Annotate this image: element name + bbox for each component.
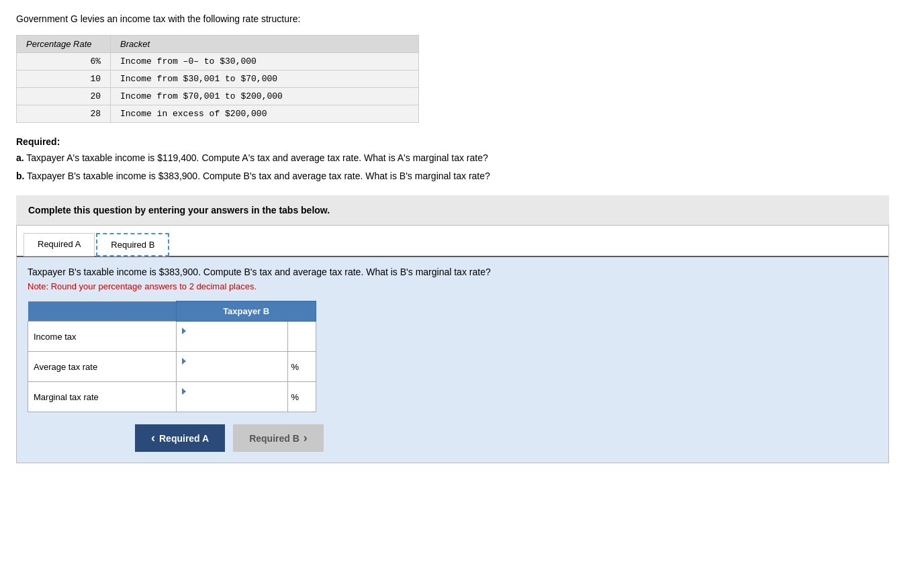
rate-cell: 28 [17, 105, 111, 123]
taxpayer-b-header: Taxpayer B [177, 301, 316, 322]
answer-input-cell [177, 352, 288, 382]
empty-pct-cell [288, 322, 316, 352]
bracket-cell: Income from $70,001 to $200,000 [111, 88, 419, 105]
answer-input-2[interactable] [182, 395, 282, 408]
chevron-right-icon [304, 431, 308, 445]
bracket-cell: Income in excess of $200,000 [111, 105, 419, 123]
col-header-rate: Percentage Rate [17, 36, 111, 53]
tab-required-b[interactable]: Required B [96, 233, 169, 256]
question-b: b. Taxpayer B's taxable income is $383,9… [16, 169, 889, 183]
tab-note: Note: Round your percentage answers to 2… [28, 281, 878, 291]
bracket-cell: Income from –0– to $30,000 [111, 53, 419, 70]
next-button[interactable]: Required B [233, 424, 324, 452]
rate-cell: 6% [17, 53, 111, 70]
col-header-bracket: Bracket [111, 36, 419, 53]
rate-cell: 20 [17, 88, 111, 105]
tab-description: Taxpayer B's taxable income is $383,900.… [28, 267, 878, 277]
rate-structure-table: Percentage Rate Bracket 6%Income from –0… [16, 35, 419, 123]
answer-input-0[interactable] [182, 335, 282, 348]
complete-box: Complete this question by entering your … [16, 195, 889, 225]
tab-bar: Required A Required B [17, 226, 888, 257]
answer-input-1[interactable] [182, 365, 282, 378]
answer-row-label: Marginal tax rate [28, 382, 177, 412]
rate-cell: 10 [17, 70, 111, 88]
answer-row-label: Income tax [28, 322, 177, 352]
intro-text: Government G levies an income tax with t… [16, 13, 889, 24]
triangle-icon [182, 328, 186, 334]
bottom-nav: Required A Required B [28, 424, 878, 452]
question-a: a. Taxpayer A's taxable income is $119,4… [16, 151, 889, 165]
bracket-cell: Income from $30,001 to $70,000 [111, 70, 419, 88]
answer-col-label-header [28, 301, 177, 322]
pct-symbol: % [288, 352, 316, 382]
answer-table: Taxpayer B Income taxAverage tax rate%Ma… [28, 301, 316, 412]
pct-symbol: % [288, 382, 316, 412]
answer-input-cell [177, 382, 288, 412]
prev-button[interactable]: Required A [135, 424, 225, 452]
answer-row-label: Average tax rate [28, 352, 177, 382]
next-button-label: Required B [249, 433, 299, 444]
chevron-left-icon [151, 431, 155, 445]
tab-b-content: Taxpayer B's taxable income is $383,900.… [17, 257, 888, 463]
triangle-icon [182, 358, 186, 365]
required-label: Required: [16, 136, 889, 147]
triangle-icon [182, 388, 186, 395]
prev-button-label: Required A [159, 433, 209, 444]
tab-required-a[interactable]: Required A [24, 233, 95, 256]
answer-input-cell [177, 322, 288, 352]
